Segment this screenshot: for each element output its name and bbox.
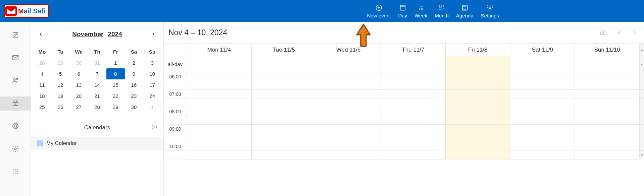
scrollbar-track[interactable] — [639, 81, 644, 90]
app-logo[interactable]: Mail Safi — [4, 4, 49, 18]
time-slot[interactable] — [187, 72, 251, 81]
time-slot[interactable] — [575, 142, 639, 151]
mini-day[interactable]: 25 — [33, 102, 51, 113]
time-slot[interactable] — [445, 81, 510, 90]
time-slot[interactable] — [445, 142, 510, 151]
allday-cell[interactable] — [510, 56, 575, 72]
mini-day[interactable]: 4 — [33, 68, 51, 79]
mini-day[interactable]: 8 — [106, 68, 125, 79]
mini-day[interactable]: 16 — [125, 79, 143, 90]
scrollbar-track[interactable] — [639, 99, 644, 107]
time-slot[interactable] — [381, 72, 445, 81]
time-slot[interactable] — [316, 116, 381, 125]
time-slot[interactable] — [316, 99, 381, 107]
time-slot[interactable] — [510, 99, 575, 107]
allday-cell[interactable] — [381, 56, 445, 72]
mini-day[interactable]: 12 — [51, 79, 70, 90]
main-prev-button[interactable] — [617, 30, 621, 36]
time-slot[interactable] — [510, 72, 575, 81]
time-slot[interactable] — [251, 72, 316, 81]
mini-year-link[interactable]: 2024 — [108, 30, 122, 38]
rail-compose[interactable] — [0, 28, 31, 42]
rail-apps[interactable] — [0, 165, 31, 179]
home-icon[interactable] — [600, 29, 606, 36]
mini-day[interactable]: 15 — [106, 79, 125, 90]
time-slot[interactable] — [510, 116, 575, 125]
scrollbar-track[interactable] — [639, 116, 644, 125]
time-slot[interactable] — [445, 125, 510, 133]
mini-day[interactable]: 2 — [125, 57, 143, 68]
time-slot[interactable] — [251, 107, 316, 116]
mini-day[interactable]: 7 — [88, 68, 106, 79]
nav-month[interactable]: Month — [435, 4, 449, 18]
nav-agenda[interactable]: Agenda — [456, 4, 474, 18]
time-slot[interactable] — [575, 99, 639, 107]
time-slot[interactable] — [445, 116, 510, 125]
day-header[interactable]: Mon 11/4 — [187, 44, 251, 56]
time-slot[interactable] — [251, 151, 316, 159]
scrollbar-track[interactable] — [639, 72, 644, 81]
time-slot[interactable] — [445, 72, 510, 81]
mini-day[interactable]: 1 — [106, 57, 125, 68]
time-slot[interactable] — [316, 133, 381, 142]
time-slot[interactable] — [316, 142, 381, 151]
mini-day[interactable]: 26 — [51, 102, 70, 113]
mini-day[interactable]: 19 — [51, 90, 70, 102]
rail-mail[interactable] — [0, 51, 31, 65]
time-slot[interactable] — [575, 90, 639, 99]
rail-settings[interactable] — [0, 142, 31, 156]
time-slot[interactable] — [445, 99, 510, 107]
mini-day[interactable]: 29 — [51, 57, 70, 68]
mini-day[interactable]: 20 — [69, 90, 88, 102]
nav-new-event[interactable]: New event — [367, 4, 391, 18]
time-slot[interactable] — [316, 72, 381, 81]
time-slot[interactable] — [510, 90, 575, 99]
time-slot[interactable] — [510, 81, 575, 90]
time-slot[interactable] — [445, 107, 510, 116]
time-slot[interactable] — [316, 90, 381, 99]
time-slot[interactable] — [510, 142, 575, 151]
time-slot[interactable] — [445, 151, 510, 159]
time-slot[interactable] — [187, 116, 251, 125]
time-slot[interactable] — [251, 90, 316, 99]
mini-day[interactable]: 21 — [88, 90, 106, 102]
day-header[interactable]: Sun 11/10 — [575, 44, 639, 56]
allday-cell[interactable] — [187, 56, 251, 72]
mini-day[interactable]: 30 — [125, 102, 143, 113]
allday-cell[interactable] — [316, 56, 381, 72]
time-slot[interactable] — [510, 125, 575, 133]
mini-day[interactable]: 11 — [33, 79, 51, 90]
time-slot[interactable] — [575, 81, 639, 90]
allday-cell[interactable] — [445, 56, 510, 72]
scroll-up-button[interactable]: ▲ — [639, 56, 644, 72]
mini-day[interactable]: 30 — [69, 57, 88, 68]
time-slot[interactable] — [187, 99, 251, 107]
scrollbar-track[interactable] — [639, 142, 644, 151]
mini-day[interactable]: 5 — [51, 68, 70, 79]
time-slot[interactable] — [575, 116, 639, 125]
mini-day[interactable]: 28 — [33, 57, 51, 68]
time-slot[interactable] — [381, 133, 445, 142]
mini-next-button[interactable] — [147, 28, 159, 40]
nav-week[interactable]: Week — [414, 4, 427, 18]
time-slot[interactable] — [381, 90, 445, 99]
time-slot[interactable] — [575, 72, 639, 81]
scrollbar-track[interactable] — [639, 125, 644, 133]
nav-day[interactable]: Day — [398, 4, 407, 18]
mini-day[interactable]: 3 — [143, 57, 161, 68]
day-header[interactable]: Wed 11/6 — [316, 44, 381, 56]
time-slot[interactable] — [381, 125, 445, 133]
time-slot[interactable] — [510, 133, 575, 142]
time-slot[interactable] — [316, 81, 381, 90]
scrollbar-track[interactable] — [639, 107, 644, 116]
time-slot[interactable] — [510, 107, 575, 116]
time-slot[interactable] — [187, 133, 251, 142]
mini-day[interactable]: 31 — [88, 57, 106, 68]
mini-month-link[interactable]: November — [72, 30, 103, 38]
mini-day[interactable]: 29 — [106, 102, 125, 113]
mini-day[interactable]: 24 — [143, 90, 161, 102]
rail-calendar[interactable] — [0, 96, 31, 111]
mini-day[interactable]: 28 — [88, 102, 106, 113]
time-slot[interactable] — [381, 99, 445, 107]
add-calendar-button[interactable] — [151, 124, 157, 132]
